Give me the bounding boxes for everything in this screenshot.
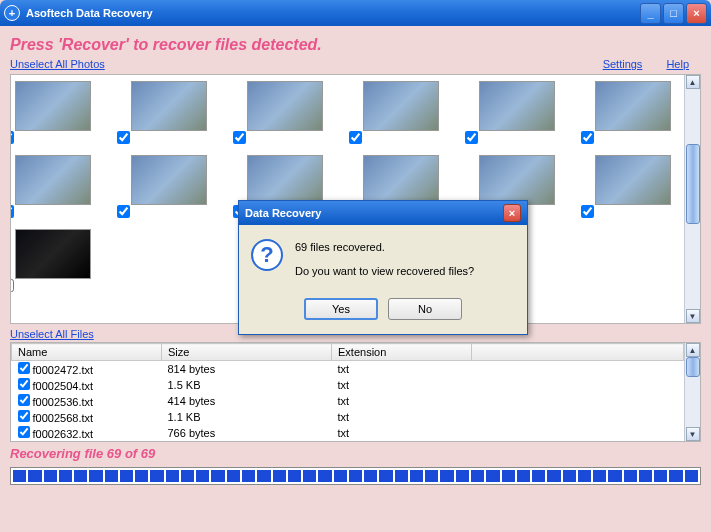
scroll-up-arrow-icon[interactable]: ▲ [686, 75, 700, 89]
photo-checkbox[interactable] [117, 205, 130, 218]
window-close-button[interactable]: × [686, 3, 707, 24]
file-checkbox[interactable] [18, 410, 30, 422]
photo-thumbnail[interactable] [15, 155, 91, 205]
progress-segment [471, 470, 484, 482]
thumbnail-image [15, 155, 91, 205]
column-ext[interactable]: Extension [332, 344, 472, 361]
dialog-close-button[interactable]: × [503, 204, 521, 222]
progress-segment [13, 470, 26, 482]
progress-segment [105, 470, 118, 482]
file-size: 766 bytes [162, 425, 332, 441]
settings-link[interactable]: Settings [603, 58, 643, 70]
progress-segment [166, 470, 179, 482]
unselect-all-photos-link[interactable]: Unselect All Photos [10, 58, 105, 70]
minimize-button[interactable]: _ [640, 3, 661, 24]
photos-scrollbar[interactable]: ▲ ▼ [684, 75, 700, 323]
table-row[interactable]: f0002568.txt1.1 KBtxt [12, 409, 684, 425]
question-icon: ? [251, 239, 283, 271]
file-ext: txt [332, 361, 472, 378]
file-ext: txt [332, 425, 472, 441]
thumbnail-image [595, 155, 671, 205]
progress-segment [59, 470, 72, 482]
progress-segment [486, 470, 499, 482]
scroll-thumb[interactable] [686, 357, 700, 377]
photo-checkbox[interactable] [581, 205, 594, 218]
progress-segment [547, 470, 560, 482]
no-button[interactable]: No [388, 298, 462, 320]
file-size: 814 bytes [162, 361, 332, 378]
progress-segment [425, 470, 438, 482]
progress-segment [639, 470, 652, 482]
photo-checkbox[interactable] [233, 131, 246, 144]
unselect-all-files-link[interactable]: Unselect All Files [10, 328, 94, 340]
photo-thumbnail[interactable] [363, 155, 439, 205]
file-checkbox[interactable] [18, 426, 30, 438]
photo-thumbnail[interactable] [15, 229, 91, 279]
progress-segment [532, 470, 545, 482]
photo-checkbox[interactable] [581, 131, 594, 144]
photo-thumbnail[interactable] [595, 81, 671, 131]
instruction-text: Press 'Recover' to recover files detecte… [10, 36, 701, 54]
thumbnail-image [15, 229, 91, 279]
scroll-down-arrow-icon[interactable]: ▼ [686, 309, 700, 323]
help-link[interactable]: Help [666, 58, 689, 70]
maximize-button[interactable]: □ [663, 3, 684, 24]
file-size: 1.5 KB [162, 377, 332, 393]
progress-segment [303, 470, 316, 482]
photo-thumbnail[interactable] [247, 81, 323, 131]
file-checkbox[interactable] [18, 362, 30, 374]
progress-segment [181, 470, 194, 482]
thumbnail-image [247, 81, 323, 131]
photo-checkbox[interactable] [465, 131, 478, 144]
file-size: 414 bytes [162, 393, 332, 409]
photo-checkbox[interactable] [117, 131, 130, 144]
photo-checkbox[interactable] [349, 131, 362, 144]
photo-thumbnail[interactable] [479, 81, 555, 131]
progress-segment [150, 470, 163, 482]
file-checkbox[interactable] [18, 378, 30, 390]
table-row[interactable]: f0002504.txt1.5 KBtxt [12, 377, 684, 393]
progress-segment [89, 470, 102, 482]
photo-thumbnail[interactable] [15, 81, 91, 131]
files-scrollbar[interactable]: ▲ ▼ [684, 343, 700, 441]
progress-segment [349, 470, 362, 482]
dialog-line2: Do you want to view recovered files? [295, 263, 474, 281]
scroll-down-arrow-icon[interactable]: ▼ [686, 427, 700, 441]
progress-segment [593, 470, 606, 482]
scroll-thumb[interactable] [686, 144, 700, 224]
thumbnail-image [363, 155, 439, 205]
file-ext: txt [332, 409, 472, 425]
photo-thumbnail[interactable] [131, 155, 207, 205]
thumbnail-image [15, 81, 91, 131]
progress-segment [685, 470, 698, 482]
progress-segment [257, 470, 270, 482]
thumbnail-image [595, 81, 671, 131]
column-name[interactable]: Name [12, 344, 162, 361]
photo-thumbnail[interactable] [479, 155, 555, 205]
yes-button[interactable]: Yes [304, 298, 378, 320]
file-name: f0002472.txt [30, 364, 94, 376]
table-row[interactable]: f0002472.txt814 bytestxt [12, 361, 684, 378]
photo-thumbnail[interactable] [131, 81, 207, 131]
table-row[interactable]: f0002536.txt414 bytestxt [12, 393, 684, 409]
photo-thumbnail[interactable] [363, 81, 439, 131]
file-name: f0002536.txt [30, 396, 94, 408]
progress-segment [28, 470, 41, 482]
column-size[interactable]: Size [162, 344, 332, 361]
photo-thumbnail[interactable] [595, 155, 671, 205]
progress-segment [624, 470, 637, 482]
scroll-up-arrow-icon[interactable]: ▲ [686, 343, 700, 357]
photo-checkbox[interactable] [11, 205, 14, 218]
photo-thumbnail[interactable] [247, 155, 323, 205]
progress-segment [608, 470, 621, 482]
thumbnail-image [247, 155, 323, 205]
titlebar: + Asoftech Data Recovery _ □ × [0, 0, 711, 26]
file-ext: txt [332, 377, 472, 393]
progress-segment [578, 470, 591, 482]
table-row[interactable]: f0002632.txt766 bytestxt [12, 425, 684, 441]
photo-checkbox[interactable] [11, 279, 14, 292]
file-checkbox[interactable] [18, 394, 30, 406]
file-size: 1.1 KB [162, 409, 332, 425]
photo-checkbox[interactable] [11, 131, 14, 144]
file-name: f0002568.txt [30, 412, 94, 424]
